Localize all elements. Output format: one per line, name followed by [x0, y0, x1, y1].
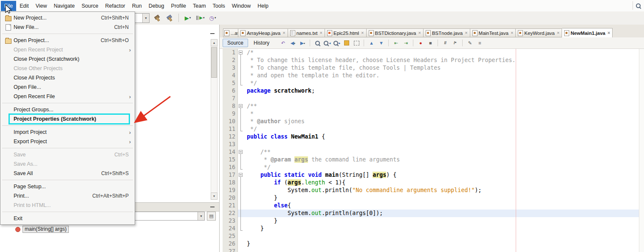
line-number[interactable]: 11 — [223, 125, 238, 133]
code-editor[interactable]: 1/*2 * To change this license header, ch… — [220, 49, 644, 252]
code-text[interactable]: package scratchwork; — [243, 87, 644, 95]
code-text[interactable]: * — [243, 110, 644, 118]
code-line-5[interactable]: 5 */ — [220, 79, 644, 87]
tab-bstdictionary-java[interactable]: BSTDictionary.java× — [367, 28, 424, 37]
find-next-icon[interactable]: ▸ — [332, 39, 342, 47]
collapse-minus-icon[interactable] — [239, 104, 243, 108]
glyph-gutter[interactable] — [220, 125, 223, 133]
code-text[interactable]: */ — [243, 164, 644, 171]
menu-view[interactable]: View — [32, 1, 51, 11]
run-project-button[interactable]: ▶▾ — [183, 12, 193, 23]
file-menu-item-new-file[interactable]: New File...Ctrl+N — [0, 23, 135, 32]
tab-keyword-java[interactable]: KeyWord.java× — [516, 28, 562, 37]
scroll-up-icon[interactable]: ▲ — [211, 39, 217, 46]
code-line-6[interactable]: 6package scratchwork; — [220, 87, 644, 95]
code-line-8[interactable]: 8/** — [220, 102, 644, 110]
line-number[interactable]: 19 — [223, 187, 238, 194]
menu-tools[interactable]: Tools — [209, 1, 229, 11]
glyph-gutter[interactable] — [220, 179, 223, 187]
tab-ava[interactable]: ...ava× — [223, 28, 238, 37]
menu-team[interactable]: Team — [189, 1, 209, 11]
tab-epic25-html[interactable]: Epic25.html× — [325, 28, 367, 37]
navigator-minimize-icon[interactable] — [209, 204, 216, 210]
tab-close-icon[interactable]: × — [320, 31, 322, 35]
debug-project-button[interactable]: ▾ — [195, 12, 206, 23]
line-number[interactable]: 23 — [223, 217, 238, 225]
glyph-gutter[interactable] — [220, 240, 223, 248]
code-text[interactable]: */ — [243, 79, 644, 87]
rectangular-selection-icon[interactable] — [352, 39, 361, 47]
projects-minimize-icon[interactable] — [209, 31, 216, 36]
code-text[interactable]: */ — [243, 125, 644, 133]
dropdown-caret-icon[interactable]: ▾ — [294, 42, 295, 45]
stop-macro-recording-icon[interactable]: ■ — [426, 39, 435, 47]
source-view-button[interactable]: Source — [223, 39, 248, 47]
glyph-gutter[interactable] — [220, 217, 223, 225]
code-text[interactable]: * @param args the command line arguments — [243, 156, 644, 164]
file-menu-item-project-groups[interactable]: Project Groups... — [0, 105, 135, 114]
tab-close-icon[interactable]: × — [361, 31, 364, 35]
menu-debug[interactable]: Debug — [145, 1, 168, 11]
menu-window[interactable]: Window — [229, 1, 254, 11]
file-menu-item-page-setup[interactable]: Page Setup... — [0, 182, 135, 191]
code-line-21[interactable]: 21 else{ — [220, 202, 644, 210]
file-menu-item-save[interactable]: SaveCtrl+S — [0, 150, 135, 159]
next-bookmark-icon[interactable]: ▼ — [376, 39, 386, 47]
fold-start-icon[interactable] — [238, 171, 243, 179]
menu-file[interactable]: File — [1, 1, 16, 11]
collapse-minus-icon[interactable] — [239, 150, 243, 154]
code-line-1[interactable]: 1/* — [220, 49, 644, 57]
glyph-gutter[interactable] — [220, 95, 223, 102]
glyph-gutter[interactable] — [220, 110, 223, 118]
line-number[interactable]: 3 — [223, 64, 238, 72]
line-number[interactable]: 12 — [223, 133, 238, 141]
line-number[interactable]: 27 — [223, 248, 238, 252]
fold-start-icon[interactable] — [238, 102, 243, 110]
quick-search-icon[interactable] — [634, 2, 642, 9]
navigator-item-main-string-args[interactable]: main(String[] args) — [0, 225, 212, 233]
glyph-gutter[interactable] — [220, 133, 223, 141]
file-menu-item-save-all[interactable]: Save AllCtrl+Shift+S — [0, 169, 135, 178]
insert-code-icon[interactable]: ✎ — [465, 39, 475, 47]
line-number[interactable]: 25 — [223, 232, 238, 240]
file-menu-item-close-all-projects[interactable]: Close All Projects — [0, 73, 135, 82]
fold-start-icon[interactable] — [238, 148, 243, 156]
file-menu-item-close-other-projects[interactable]: Close Other Projects — [0, 64, 135, 73]
start-macro-recording-icon[interactable]: ● — [416, 39, 425, 47]
tab-close-icon[interactable]: × — [607, 31, 610, 35]
glyph-gutter[interactable] — [220, 187, 223, 194]
tab-close-icon[interactable]: × — [465, 31, 467, 35]
line-number[interactable]: 26 — [223, 240, 238, 248]
glyph-gutter[interactable] — [220, 141, 223, 148]
code-line-13[interactable]: 13 — [220, 141, 644, 148]
glyph-gutter[interactable] — [220, 171, 223, 179]
code-text[interactable] — [243, 232, 644, 240]
code-text[interactable]: * @author sjones — [243, 118, 644, 125]
line-number[interactable]: 6 — [223, 87, 238, 95]
code-line-23[interactable]: 23 } — [220, 217, 644, 225]
menu-profile[interactable]: Profile — [168, 1, 189, 11]
file-menu-item-new-project[interactable]: New Project...Ctrl+Shift+N — [0, 13, 135, 23]
line-number[interactable]: 15 — [223, 156, 238, 164]
glyph-gutter[interactable] — [220, 232, 223, 240]
code-line-2[interactable]: 2 * To change this license header, choos… — [220, 57, 644, 64]
code-text[interactable] — [243, 141, 644, 148]
code-line-27[interactable]: 27 — [220, 248, 644, 252]
code-text[interactable]: /* — [243, 49, 644, 57]
code-text[interactable]: public static void main(String[] args) { — [243, 171, 644, 179]
line-number[interactable]: 20 — [223, 194, 238, 202]
line-number[interactable]: 24 — [223, 225, 238, 232]
glyph-gutter[interactable] — [220, 194, 223, 202]
find-selection-icon[interactable] — [313, 39, 322, 47]
fold-start-icon[interactable] — [238, 49, 243, 57]
code-text[interactable]: /** — [243, 102, 644, 110]
forward-icon[interactable]: ▶▾ — [298, 39, 307, 47]
history-view-button[interactable]: History — [250, 39, 273, 47]
line-number[interactable]: 18 — [223, 179, 238, 187]
glyph-gutter[interactable] — [220, 164, 223, 171]
line-number[interactable]: 2 — [223, 57, 238, 64]
line-number[interactable]: 7 — [223, 95, 238, 102]
code-line-20[interactable]: 20 } — [220, 194, 644, 202]
glyph-gutter[interactable] — [220, 156, 223, 164]
glyph-gutter[interactable] — [220, 87, 223, 95]
